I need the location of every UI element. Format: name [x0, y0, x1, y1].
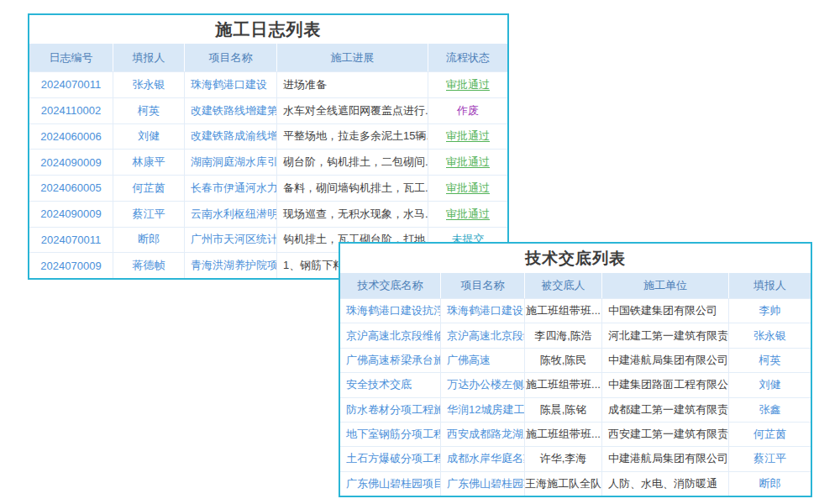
cell-log-id[interactable]: 2024090009 [29, 202, 113, 227]
col-header-project-name: 项目名称 [441, 273, 525, 298]
cell-reporter[interactable]: 李帅 [729, 299, 811, 323]
cell-briefed-person: 王海施工队全队 [525, 472, 602, 496]
cell-log-id[interactable]: 2024110002 [29, 98, 113, 123]
cell-status[interactable]: 审批通过 [428, 150, 507, 175]
cell-project-name[interactable]: 珠海鹤港口建设 [185, 72, 277, 97]
cell-briefed-person: 施工班组带班... [525, 423, 602, 446]
cell-construction-unit: 中建港航局集团有限公司 [602, 349, 729, 372]
cell-reporter[interactable]: 刘健 [729, 373, 811, 396]
cell-progress: 备料，砌间墙钩机排土，瓦工... [277, 176, 428, 201]
cell-briefed-person: 施工班组带班... [525, 373, 602, 396]
cell-project-name[interactable]: 西安成都路龙湖上... [441, 423, 525, 446]
cell-status[interactable]: 作废 [428, 98, 507, 123]
tech-disclosure-header-row: 技术交底名称项目名称被交底人施工单位填报人 [340, 273, 811, 298]
cell-reporter[interactable]: 柯英 [729, 349, 811, 372]
cell-reporter[interactable]: 蔡江平 [113, 202, 185, 227]
construction-log-panel: 施工日志列表 日志编号填报人项目名称施工进展流程状态 2024070011张永银… [28, 13, 509, 280]
cell-disclosure-name[interactable]: 广东佛山碧桂园项目... [340, 472, 441, 496]
cell-project-name[interactable]: 改建铁路线增建第二线直... [185, 98, 277, 123]
table-row: 防水卷材分项工程施...华润12城房建工...陈晨,陈铭成都建工第一建筑有限责任… [340, 397, 811, 422]
table-row: 2024090009蔡江平云南水利枢纽潜明水库一...现场巡查，无积水现象，水马… [29, 201, 507, 227]
cell-briefed-person: 施工班组带班... [525, 299, 602, 323]
cell-disclosure-name[interactable]: 广佛高速桥梁承台施... [340, 349, 441, 372]
cell-progress: 进场准备 [277, 72, 428, 97]
table-row: 广佛高速桥梁承台施...广佛高速陈牧,陈民中建港航局集团有限公司柯英 [340, 348, 811, 372]
col-header-briefed-person: 被交底人 [525, 273, 602, 298]
cell-reporter[interactable]: 林康平 [113, 150, 185, 175]
table-row: 广东佛山碧桂园项目...广东佛山碧桂园项目王海施工队全队人防、水电、消防暖通断郎 [340, 471, 811, 496]
cell-project-name[interactable]: 万达办公楼左侧A... [441, 373, 525, 396]
cell-log-id[interactable]: 2024070011 [29, 72, 113, 97]
cell-construction-unit: 河北建工第一建筑有限责任公司 [602, 323, 729, 347]
table-row: 土石方爆破分项工程...成都水岸华庭名苑...许华,李海中建港航局集团有限公司蔡… [340, 446, 811, 470]
col-header-log-id: 日志编号 [29, 44, 113, 71]
cell-reporter[interactable]: 断郎 [729, 472, 811, 496]
cell-status[interactable]: 审批通过 [428, 124, 507, 150]
table-row: 京沪高速北京段维修...京沪高速北京段维修李四海,陈浩河北建工第一建筑有限责任公… [340, 323, 811, 347]
cell-disclosure-name[interactable]: 地下室钢筋分项工程... [340, 423, 441, 446]
cell-disclosure-name[interactable]: 珠海鹤港口建设抗浮... [340, 299, 441, 323]
cell-reporter[interactable]: 刘健 [113, 124, 185, 150]
col-header-reporter: 填报人 [729, 273, 811, 298]
cell-briefed-person: 李四海,陈浩 [525, 323, 602, 347]
cell-log-id[interactable]: 2024070009 [29, 253, 113, 278]
cell-construction-unit: 中建港航局集团有限公司 [602, 447, 729, 470]
cell-reporter[interactable]: 断郎 [113, 228, 185, 253]
cell-reporter[interactable]: 张鑫 [729, 398, 811, 422]
construction-log-header-row: 日志编号填报人项目名称施工进展流程状态 [29, 44, 507, 71]
cell-log-id[interactable]: 2024090009 [29, 150, 113, 175]
cell-construction-unit: 西安建工第一建筑有限责任公司 [602, 423, 729, 446]
cell-disclosure-name[interactable]: 安全技术交底 [340, 373, 441, 396]
cell-project-name[interactable]: 湖南洞庭湖水库引水工程... [185, 150, 277, 175]
cell-log-id[interactable]: 2024060005 [29, 176, 113, 201]
table-row: 2024090009林康平湖南洞庭湖水库引水工程...砌台阶，钩机排土，二包砌间… [29, 149, 507, 175]
construction-log-title: 施工日志列表 [29, 15, 507, 44]
cell-disclosure-name[interactable]: 土石方爆破分项工程... [340, 447, 441, 470]
cell-progress: 水车对全线遮阳网覆盖点进行... [277, 98, 428, 123]
cell-reporter[interactable]: 张永银 [729, 323, 811, 347]
table-row: 安全技术交底万达办公楼左侧A...施工班组带班...中建集团路面工程有限公司刘健 [340, 372, 811, 396]
tech-disclosure-title: 技术交底列表 [340, 244, 811, 273]
table-row: 2024070011张永银珠海鹤港口建设进场准备审批通过 [29, 71, 507, 97]
table-row: 2024060006刘健改建铁路成渝线增建第二...平整场地，拉走多余泥土15辆… [29, 123, 507, 150]
cell-disclosure-name[interactable]: 防水卷材分项工程施... [340, 398, 441, 422]
cell-reporter[interactable]: 何芷茵 [729, 423, 811, 446]
cell-project-name[interactable]: 京沪高速北京段维修 [441, 323, 525, 347]
tech-disclosure-panel: 技术交底列表 技术交底名称项目名称被交底人施工单位填报人 珠海鹤港口建设抗浮..… [339, 242, 812, 497]
col-header-status: 流程状态 [428, 44, 507, 71]
tech-disclosure-body: 珠海鹤港口建设抗浮...珠海鹤港口建设施工班组带班...中国铁建集团有限公司李帅… [340, 298, 811, 496]
cell-status[interactable]: 审批通过 [428, 202, 507, 227]
cell-reporter[interactable]: 何芷茵 [113, 176, 185, 201]
table-row: 地下室钢筋分项工程...西安成都路龙湖上...施工班组带班...西安建工第一建筑… [340, 422, 811, 446]
table-row: 珠海鹤港口建设抗浮...珠海鹤港口建设施工班组带班...中国铁建集团有限公司李帅 [340, 298, 811, 323]
cell-construction-unit: 中建集团路面工程有限公司 [602, 373, 729, 396]
cell-status[interactable]: 审批通过 [428, 72, 507, 97]
cell-project-name[interactable]: 广州市天河区统计局机房... [185, 228, 277, 253]
cell-project-name[interactable]: 广东佛山碧桂园项目 [441, 472, 525, 496]
cell-reporter[interactable]: 蔡江平 [729, 447, 811, 470]
cell-status[interactable]: 审批通过 [428, 176, 507, 201]
col-header-project-name: 项目名称 [185, 44, 277, 71]
cell-briefed-person: 陈晨,陈铭 [525, 398, 602, 422]
cell-project-name[interactable]: 云南水利枢纽潜明水库一... [185, 202, 277, 227]
cell-progress: 现场巡查，无积水现象，水马... [277, 202, 428, 227]
cell-project-name[interactable]: 长春市伊通河水力发电厂... [185, 176, 277, 201]
cell-reporter[interactable]: 蒋德帧 [113, 253, 185, 278]
cell-reporter[interactable]: 张永银 [113, 72, 185, 97]
cell-project-name[interactable]: 珠海鹤港口建设 [441, 299, 525, 323]
col-header-construction-unit: 施工单位 [602, 273, 729, 298]
cell-project-name[interactable]: 改建铁路成渝线增建第二... [185, 124, 277, 150]
col-header-progress: 施工进展 [277, 44, 428, 71]
cell-project-name[interactable]: 华润12城房建工... [441, 398, 525, 422]
cell-project-name[interactable]: 青海洪湖养护院项目 [185, 253, 277, 278]
cell-log-id[interactable]: 2024060006 [29, 124, 113, 150]
cell-project-name[interactable]: 广佛高速 [441, 349, 525, 372]
cell-construction-unit: 人防、水电、消防暖通 [602, 472, 729, 496]
cell-construction-unit: 中国铁建集团有限公司 [602, 299, 729, 323]
col-header-reporter: 填报人 [113, 44, 185, 71]
cell-reporter[interactable]: 柯英 [113, 98, 185, 123]
col-header-disclosure-name: 技术交底名称 [340, 273, 441, 298]
cell-project-name[interactable]: 成都水岸华庭名苑... [441, 447, 525, 470]
cell-log-id[interactable]: 2024070011 [29, 228, 113, 253]
cell-disclosure-name[interactable]: 京沪高速北京段维修... [340, 323, 441, 347]
